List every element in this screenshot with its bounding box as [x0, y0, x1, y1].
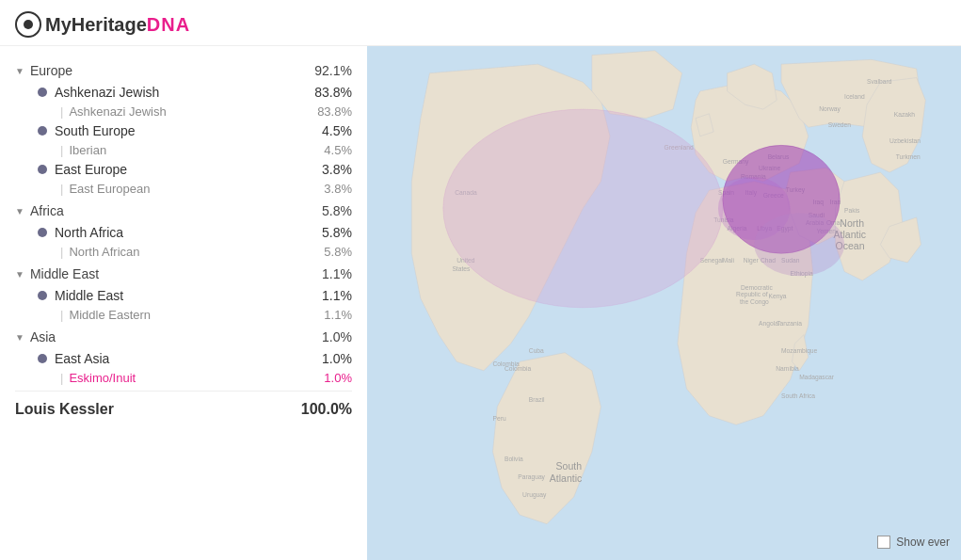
svg-text:Svalbard: Svalbard: [867, 78, 892, 85]
sub-item-east-europe-left: East Europe: [38, 162, 127, 177]
svg-text:North: North: [840, 217, 864, 229]
sidebar-footer: Louis Kessler 100.0%: [15, 391, 352, 418]
show-ever-container: Show ever: [877, 536, 950, 549]
sub-sub-east-europe-name: East European: [69, 182, 150, 196]
sub-item-middle-east: Middle East 1.1%: [15, 285, 352, 306]
logo: MyHeritageDNA: [15, 11, 190, 38]
svg-point-1: [24, 20, 33, 29]
sub-item-middle-east-pct: 1.1%: [322, 288, 352, 303]
svg-text:Uruguay: Uruguay: [522, 491, 547, 499]
category-africa[interactable]: ▼ Africa 5.8%: [15, 198, 352, 222]
sidebar-body: ▼ Europe 92.1% Ashkenazi Jewish 83.8% | …: [15, 54, 352, 391]
sub-item-east-asia-pct: 1.0%: [322, 351, 352, 366]
svg-point-65: [754, 213, 844, 276]
show-ever-label: Show ever: [896, 536, 950, 549]
category-africa-pct: 5.8%: [322, 203, 352, 218]
show-ever-checkbox[interactable]: [877, 536, 890, 549]
category-middle-east[interactable]: ▼ Middle East 1.1%: [15, 261, 352, 285]
sub-item-east-asia: East Asia 1.0%: [15, 348, 352, 369]
svg-text:Bolivia: Bolivia: [505, 456, 523, 462]
svg-text:Madagascar: Madagascar: [799, 374, 835, 381]
svg-text:Kenya: Kenya: [769, 293, 787, 300]
chevron-europe-icon: ▼: [15, 66, 24, 76]
sub-sub-middle-east-name: Middle Eastern: [69, 308, 151, 322]
sub-sub-north-africa-pct: 5.8%: [324, 245, 352, 259]
sub-sub-east-europe: | East European 3.8%: [15, 180, 352, 198]
sub-item-ashkenazi-left: Ashkenazi Jewish: [38, 85, 159, 100]
svg-text:States: States: [452, 265, 471, 272]
sub-sub-north-africa-name: North African: [69, 245, 139, 259]
pipe-north-africa: |: [60, 245, 63, 259]
svg-text:Peru: Peru: [493, 415, 506, 422]
sub-sub-south-europe-left: | Iberian: [60, 143, 106, 157]
svg-text:Niger: Niger: [744, 257, 760, 264]
sub-item-east-europe-pct: 3.8%: [322, 162, 352, 177]
category-asia-left: ▼ Asia: [15, 329, 56, 344]
category-europe-left: ▼ Europe: [15, 63, 72, 78]
category-middle-east-label: Middle East: [30, 266, 99, 281]
dot-north-africa-icon: [38, 228, 47, 237]
svg-text:Namibia: Namibia: [776, 365, 799, 372]
footer-name: Louis Kessler: [15, 401, 114, 418]
category-middle-east-pct: 1.1%: [322, 266, 352, 281]
sub-sub-south-europe-pct: 4.5%: [324, 143, 352, 157]
svg-text:Paraguay: Paraguay: [518, 473, 545, 481]
sub-sub-south-europe: | Iberian 4.5%: [15, 141, 352, 159]
svg-text:Iceland: Iceland: [844, 93, 865, 100]
main-content: ▼ Europe 92.1% Ashkenazi Jewish 83.8% | …: [0, 46, 961, 560]
sub-item-middle-east-name: Middle East: [55, 288, 123, 303]
dot-east-asia-icon: [38, 354, 47, 363]
footer-pct: 100.0%: [301, 401, 352, 418]
logo-heritage-text: Heritage: [72, 14, 147, 36]
sub-sub-east-asia-left: | Eskimo/Inuit: [60, 371, 136, 385]
sub-item-south-europe-pct: 4.5%: [322, 123, 352, 138]
dot-ashkenazi-icon: [38, 88, 47, 97]
pipe-south-europe: |: [60, 143, 63, 157]
svg-text:Tanzania: Tanzania: [777, 320, 802, 327]
sub-sub-north-africa: | North African 5.8%: [15, 243, 352, 261]
svg-text:Norway: Norway: [819, 105, 841, 113]
svg-text:Atlantic: Atlantic: [550, 472, 582, 484]
category-europe[interactable]: ▼ Europe 92.1%: [15, 57, 352, 82]
category-asia-pct: 1.0%: [322, 329, 352, 344]
sub-item-south-europe-name: South Europe: [55, 123, 136, 138]
dot-south-europe-icon: [38, 126, 47, 136]
header: MyHeritageDNA: [0, 0, 961, 46]
category-asia-label: Asia: [30, 329, 56, 344]
svg-text:Angola: Angola: [759, 320, 778, 328]
sub-sub-east-asia-name: Eskimo/Inuit: [69, 371, 136, 385]
sub-item-south-europe: South Europe 4.5%: [15, 120, 352, 141]
map-container: North Atlantic Ocean South Atlantic Gree…: [367, 46, 961, 560]
sub-sub-north-africa-left: | North African: [60, 245, 140, 259]
category-europe-pct: 92.1%: [314, 63, 352, 78]
sub-sub-ashkenazi: | Ashkenazi Jewish 83.8%: [15, 103, 352, 120]
sub-sub-east-europe-left: | East European: [60, 182, 150, 196]
sub-item-east-europe-name: East Europe: [55, 162, 127, 177]
dot-east-europe-icon: [38, 165, 47, 174]
svg-text:South Africa: South Africa: [781, 392, 815, 399]
sub-item-ashkenazi-pct: 83.8%: [314, 85, 352, 100]
svg-text:Pakis: Pakis: [844, 207, 860, 214]
sub-item-east-europe: East Europe 3.8%: [15, 159, 352, 180]
svg-text:Mali: Mali: [723, 257, 735, 264]
sub-item-north-africa: North Africa 5.8%: [15, 222, 352, 243]
logo-my-text: My: [45, 14, 72, 36]
sub-sub-ashkenazi-left: | Ashkenazi Jewish: [60, 104, 167, 119]
map-svg: North Atlantic Ocean South Atlantic Gree…: [367, 46, 961, 560]
pipe-east-asia: |: [60, 371, 63, 385]
sub-item-north-africa-name: North Africa: [55, 225, 123, 240]
category-africa-left: ▼ Africa: [15, 203, 64, 218]
category-europe-label: Europe: [30, 63, 72, 78]
sub-sub-east-asia-pct: 1.0%: [324, 371, 352, 385]
svg-text:Sweden: Sweden: [828, 121, 851, 128]
pipe-ashkenazi: |: [60, 104, 63, 119]
chevron-middle-east-icon: ▼: [15, 269, 24, 280]
svg-text:Democratic: Democratic: [741, 284, 773, 291]
logo-dna-text: DNA: [147, 14, 190, 36]
svg-text:Cuba: Cuba: [529, 347, 544, 354]
sub-sub-middle-east: | Middle Eastern 1.1%: [15, 306, 352, 324]
chevron-asia-icon: ▼: [15, 332, 24, 343]
svg-text:the Congo: the Congo: [740, 298, 769, 306]
svg-text:South: South: [556, 460, 583, 472]
category-asia[interactable]: ▼ Asia 1.0%: [15, 324, 352, 348]
